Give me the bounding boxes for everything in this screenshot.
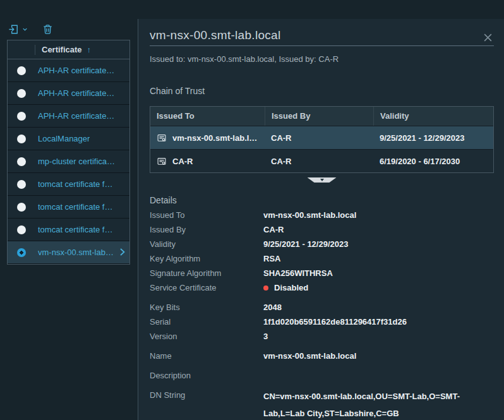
detail-row: Name vm-nsx-00.smt-lab.local bbox=[150, 349, 494, 363]
certificate-list-item[interactable]: tomcat certificate f… bbox=[8, 196, 129, 219]
certificate-link[interactable]: APH-AR certificate… bbox=[38, 111, 114, 121]
detail-row: DN String CN=vm-nsx-00.smt-lab.local,OU=… bbox=[150, 388, 494, 420]
certificate-link[interactable]: vm-nsx-00.smt-lab… bbox=[38, 248, 114, 257]
detail-label: Validity bbox=[150, 237, 263, 251]
certificate-icon bbox=[157, 157, 167, 166]
certificate-list-item[interactable]: mp-cluster certifica… bbox=[8, 150, 129, 173]
detail-row: Key Algorithm RSA bbox=[150, 251, 494, 266]
status-circle-icon bbox=[17, 180, 26, 189]
detail-value: CA-R bbox=[263, 222, 284, 237]
detail-label: Description bbox=[150, 368, 263, 383]
detail-label: Issued By bbox=[150, 222, 263, 237]
import-icon bbox=[8, 23, 20, 35]
detail-value: 2048 bbox=[263, 300, 282, 315]
detail-label: DN String bbox=[150, 388, 263, 420]
certificate-list-header: Certificate ↑ bbox=[8, 40, 129, 59]
chevron-right-icon bbox=[118, 248, 126, 256]
chain-of-trust-heading: Chain of Trust bbox=[150, 85, 494, 97]
delete-certificate-button[interactable] bbox=[42, 23, 54, 35]
status-circle-icon bbox=[17, 89, 26, 98]
service-certificate-status: Disabled bbox=[263, 280, 308, 295]
certificate-list-item[interactable]: APH-AR certificate… bbox=[8, 105, 129, 128]
certificate-rows: APH-AR certificate… APH-AR certificate… … bbox=[8, 59, 129, 264]
certificate-list: Certificate ↑ APH-AR certificate… APH-AR… bbox=[7, 40, 130, 265]
column-validity: Validity bbox=[373, 107, 493, 126]
validity-cell: 6/19/2020 - 6/17/2030 bbox=[380, 157, 460, 166]
status-circle-icon bbox=[17, 203, 26, 212]
certificate-list-item[interactable]: tomcat certificate f… bbox=[8, 173, 129, 196]
detail-label: Name bbox=[150, 349, 263, 363]
detail-row: Issued By CA-R bbox=[150, 222, 494, 237]
detail-value: RSA bbox=[263, 251, 280, 266]
issued-to-cell: CA-R bbox=[172, 157, 193, 166]
detail-label: Key Algorithm bbox=[150, 251, 263, 266]
status-circle-icon bbox=[17, 135, 26, 143]
certificate-toolbar bbox=[8, 23, 54, 35]
detail-row: Key Bits 2048 bbox=[150, 300, 494, 315]
close-icon bbox=[483, 33, 493, 42]
certificate-link[interactable]: tomcat certificate f… bbox=[38, 225, 112, 234]
issued-by-cell: CA-R bbox=[271, 157, 292, 166]
detail-row: Signature Algorithm SHA256WITHRSA bbox=[150, 266, 494, 280]
certificate-link[interactable]: APH-AR certificate… bbox=[38, 66, 114, 75]
issued-by-cell: CA-R bbox=[271, 133, 292, 143]
certificate-list-item[interactable]: APH-AR certificate… bbox=[8, 82, 129, 105]
chain-table-row[interactable]: CA-R CA-R 6/19/2020 - 6/17/2030 bbox=[150, 149, 493, 172]
detail-row: Version 3 bbox=[150, 329, 494, 344]
detail-row: Validity 9/25/2021 - 12/29/2023 bbox=[150, 237, 494, 251]
detail-value: CN=vm-nsx-00.smt-lab.local,OU=SMT-Lab,O=… bbox=[263, 388, 488, 420]
issued-to-cell: vm-nsx-00.smt-lab.l… bbox=[172, 133, 257, 143]
detail-label: Serial bbox=[150, 315, 263, 329]
detail-value: 3 bbox=[263, 329, 268, 344]
detail-row: Description bbox=[150, 368, 494, 383]
detail-row: Issued To vm-nsx-00.smt-lab.local bbox=[150, 208, 494, 222]
certificate-column-header[interactable]: Certificate bbox=[42, 45, 82, 54]
status-circle-icon bbox=[17, 112, 26, 121]
certificate-list-item[interactable]: APH-AR certificate… bbox=[8, 59, 129, 82]
certificate-link[interactable]: tomcat certificate f… bbox=[38, 202, 112, 212]
detail-label: Signature Algorithm bbox=[150, 266, 263, 280]
certificate-link[interactable]: tomcat certificate f… bbox=[38, 179, 112, 189]
chevron-down-icon bbox=[21, 26, 28, 33]
close-button[interactable] bbox=[481, 30, 495, 45]
detail-row: Serial 1f1d020b6591162de811296417f31d26 bbox=[150, 315, 494, 329]
issued-summary: Issued to: vm-nsx-00.smt-lab.local, Issu… bbox=[150, 54, 494, 64]
column-issued-by: Issued By bbox=[265, 107, 373, 126]
status-circle-icon bbox=[17, 157, 26, 166]
validity-cell: 9/25/2021 - 12/29/2023 bbox=[380, 133, 464, 143]
chain-table-row[interactable]: vm-nsx-00.smt-lab.l… CA-R 9/25/2021 - 12… bbox=[150, 126, 493, 149]
table-expander-handle[interactable] bbox=[308, 177, 337, 183]
trash-icon bbox=[42, 23, 54, 35]
detail-value: 9/25/2021 - 12/29/2023 bbox=[263, 237, 348, 251]
sort-ascending-icon[interactable]: ↑ bbox=[87, 45, 92, 54]
certificate-sidebar: Certificate ↑ APH-AR certificate… APH-AR… bbox=[0, 0, 138, 420]
status-dot-disabled bbox=[263, 285, 268, 291]
page-title: vm-nsx-00.smt-lab.local bbox=[150, 28, 494, 43]
status-circle-icon bbox=[17, 225, 26, 234]
detail-label: Version bbox=[150, 329, 263, 344]
detail-label: Issued To bbox=[150, 208, 263, 222]
detail-value: 1f1d020b6591162de811296417f31d26 bbox=[263, 315, 407, 329]
details-heading: Details bbox=[150, 195, 494, 206]
details-list: Issued To vm-nsx-00.smt-lab.local Issued… bbox=[150, 208, 494, 420]
detail-label: Key Bits bbox=[150, 300, 263, 315]
certificate-list-item[interactable]: vm-nsx-00.smt-lab… bbox=[8, 241, 129, 264]
detail-row: Service Certificate Disabled bbox=[150, 280, 494, 295]
detail-value: vm-nsx-00.smt-lab.local bbox=[263, 349, 356, 363]
chain-of-trust-table: Issued To Issued By Validity vm-nsx-00.s… bbox=[150, 106, 494, 173]
certificate-link[interactable]: LocalManager bbox=[38, 134, 90, 143]
caret-down-icon bbox=[320, 179, 324, 181]
selected-radio-icon bbox=[17, 248, 26, 257]
certificate-link[interactable]: APH-AR certificate… bbox=[38, 88, 114, 98]
column-divider bbox=[8, 45, 35, 55]
certificate-list-item[interactable]: tomcat certificate f… bbox=[8, 219, 129, 241]
certificate-link[interactable]: mp-cluster certifica… bbox=[38, 157, 115, 166]
detail-label: Service Certificate bbox=[150, 280, 263, 295]
certificate-list-item[interactable]: LocalManager bbox=[8, 128, 129, 150]
status-circle-icon bbox=[17, 66, 26, 75]
certificate-detail-panel: vm-nsx-00.smt-lab.local Issued to: vm-ns… bbox=[138, 19, 504, 420]
detail-value: SHA256WITHRSA bbox=[263, 266, 333, 280]
detail-value: vm-nsx-00.smt-lab.local bbox=[263, 208, 356, 222]
import-export-button[interactable] bbox=[8, 23, 28, 35]
certificate-icon bbox=[157, 133, 167, 143]
